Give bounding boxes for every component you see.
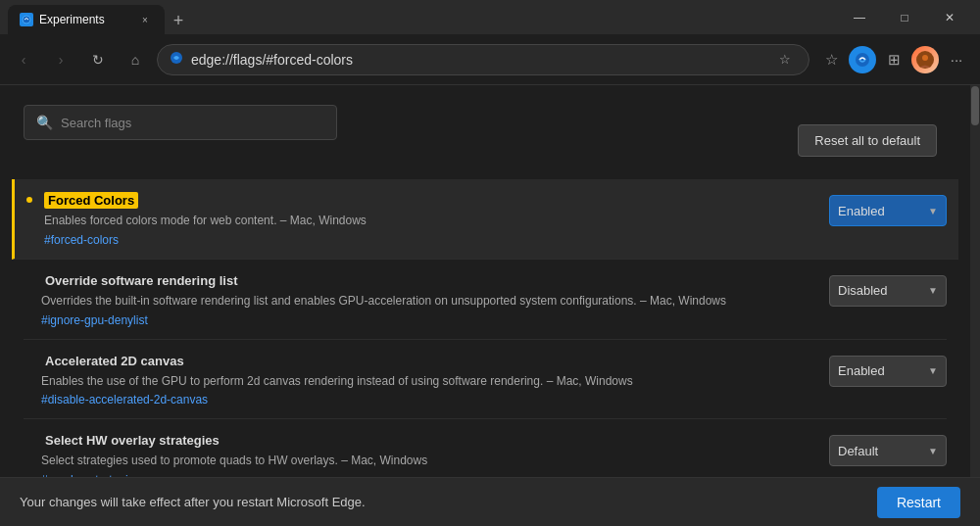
toolbar-right: ☆ ⊞ ···	[815, 44, 972, 75]
maximize-button[interactable]: □	[882, 0, 927, 34]
search-placeholder: Search flags	[61, 116, 131, 130]
flag-item: Override software rendering list Overrid…	[24, 260, 947, 340]
flag-item: Accelerated 2D canvas Enables the use of…	[24, 340, 947, 420]
scrollbar-thumb[interactable]	[971, 86, 979, 125]
addressbar: ‹ › ↻ ⌂ edge://flags/#forced-colors ☆ ☆ …	[0, 34, 980, 85]
dropdown-value: Enabled	[838, 363, 922, 378]
dropdown-value: Enabled	[838, 204, 922, 218]
search-box[interactable]: 🔍 Search flags	[24, 105, 337, 140]
close-button[interactable]: ✕	[927, 0, 972, 34]
flag-link[interactable]: #ignore-gpu-denylist	[41, 313, 817, 327]
edge-sync-icon[interactable]	[849, 46, 876, 73]
flag-highlight-indicator	[26, 197, 32, 203]
flag-control: Disabled ▼	[829, 275, 947, 307]
edge-icon	[170, 51, 183, 68]
flag-item: Forced Colors Enables forced colors mode…	[12, 179, 958, 260]
flag-control: Enabled ▼	[829, 195, 947, 226]
tab-area: Experiments × +	[8, 0, 192, 34]
favorites-star-icon[interactable]: ☆	[773, 48, 797, 72]
url-text: edge://flags/#forced-colors	[191, 52, 765, 68]
active-tab[interactable]: Experiments ×	[8, 5, 165, 34]
forward-button[interactable]: ›	[45, 44, 76, 75]
svg-point-2	[856, 53, 869, 67]
scrollbar-track[interactable]	[970, 85, 980, 526]
flag-name[interactable]: Override software rendering list	[41, 272, 242, 289]
tab-favicon	[20, 13, 33, 26]
reset-button[interactable]: Reset all to default	[798, 124, 937, 157]
svg-point-0	[23, 16, 30, 24]
home-button[interactable]: ⌂	[120, 44, 151, 75]
flag-control: Enabled ▼	[829, 356, 947, 387]
svg-point-4	[922, 55, 928, 61]
flag-name[interactable]: Select HW overlay strategies	[41, 432, 223, 449]
collections-icon[interactable]: ⊞	[878, 44, 909, 75]
profile-icon[interactable]	[911, 46, 939, 73]
refresh-button[interactable]: ↻	[82, 44, 114, 75]
flag-description: Enables the use of the GPU to perform 2d…	[41, 373, 817, 390]
address-right-icons: ☆	[773, 48, 797, 72]
flag-description: Enables forced colors mode for web conte…	[44, 213, 817, 229]
back-button[interactable]: ‹	[8, 44, 39, 75]
favorites-icon[interactable]: ☆	[815, 44, 847, 75]
flag-description: Select strategies used to promote quads …	[41, 453, 817, 469]
flag-control: Default ▼	[829, 435, 947, 466]
chevron-down-icon: ▼	[928, 365, 938, 376]
dropdown-value: Default	[838, 444, 922, 458]
bottom-message: Your changes will take effect after you …	[20, 495, 877, 509]
bottom-bar: Your changes will take effect after you …	[0, 477, 980, 526]
search-icon: 🔍	[36, 115, 53, 130]
new-tab-button[interactable]: +	[165, 7, 192, 34]
more-options-icon[interactable]: ···	[941, 44, 972, 75]
flag-dropdown[interactable]: Enabled ▼	[829, 195, 947, 226]
page-area: 🔍 Search flags Reset all to default Forc…	[0, 85, 970, 526]
tab-close-button[interactable]: ×	[137, 12, 153, 27]
flag-link[interactable]: #forced-colors	[44, 233, 817, 247]
chevron-down-icon: ▼	[928, 446, 938, 456]
dropdown-value: Disabled	[838, 283, 922, 298]
titlebar: Experiments × + — □ ✕	[0, 0, 980, 34]
window-controls: — □ ✕	[837, 0, 972, 34]
flag-dropdown[interactable]: Enabled ▼	[829, 356, 947, 387]
flag-name[interactable]: Forced Colors	[44, 192, 138, 209]
minimize-button[interactable]: —	[837, 0, 882, 34]
flag-content: Forced Colors Enables forced colors mode…	[44, 191, 817, 247]
tab-label: Experiments	[39, 13, 105, 26]
flag-description: Overrides the built-in software renderin…	[41, 293, 817, 310]
flag-name[interactable]: Accelerated 2D canvas	[41, 353, 188, 369]
chevron-down-icon: ▼	[928, 206, 938, 216]
flag-content: Accelerated 2D canvas Enables the use of…	[41, 352, 817, 407]
flag-dropdown[interactable]: Disabled ▼	[829, 275, 947, 307]
flag-dropdown[interactable]: Default ▼	[829, 435, 947, 466]
restart-button[interactable]: Restart	[877, 487, 960, 518]
flag-link[interactable]: #disable-accelerated-2d-canvas	[41, 393, 817, 406]
main-content: 🔍 Search flags Reset all to default Forc…	[0, 85, 980, 526]
address-bar[interactable]: edge://flags/#forced-colors ☆	[157, 44, 809, 75]
flag-content: Override software rendering list Overrid…	[41, 271, 817, 327]
chevron-down-icon: ▼	[928, 285, 938, 296]
flags-list: Forced Colors Enables forced colors mode…	[24, 179, 947, 526]
